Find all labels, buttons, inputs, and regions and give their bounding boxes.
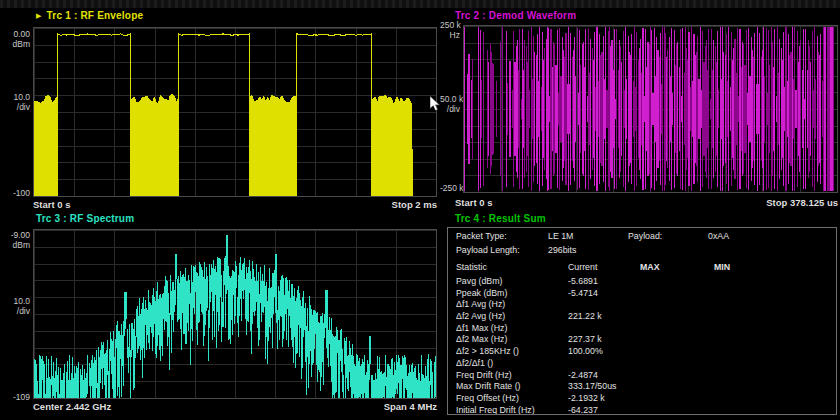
- envelope-noise-trace: [34, 95, 413, 196]
- panel-rf-envelope: ▶Trc 1 : RF Envelope 0.00 dBm 10.0 /div …: [0, 8, 440, 213]
- stat-current-value: -5.6891: [568, 276, 598, 286]
- y-axis-bottom-label-trc1: -100: [0, 189, 30, 199]
- stat-label: Pavg (dBm): [456, 276, 502, 286]
- stat-label: Δf2 > 185KHz (): [456, 346, 519, 356]
- y-axis-ref-label-trc2: 250 k Hz: [440, 21, 460, 40]
- payload-length-value: 296bits: [548, 245, 576, 255]
- panel-title-trc2[interactable]: Trc 2 : Demod Waveform: [455, 10, 576, 21]
- statistics-header-row: Statistic Current MAX MIN: [456, 262, 836, 276]
- envelope-pulse-trace: [58, 34, 371, 196]
- stat-current-value: -5.4714: [568, 288, 598, 298]
- y-bottom-value: -100: [0, 189, 30, 199]
- payload-length-row: Payload Length: 296bits: [456, 245, 836, 259]
- y-axis-ref-label-trc1: 0.00 dBm: [0, 30, 30, 49]
- stat-row: Δf1 Max (Hz): [456, 323, 836, 335]
- x-span-label-trc3: Span 4 MHz: [384, 401, 437, 412]
- x-start-label-trc1: Start 0 s: [33, 199, 71, 210]
- payload-value: 0xAA: [708, 231, 729, 241]
- stat-label: Δf1 Max (Hz): [456, 323, 507, 333]
- panel-result-sum: Trc 4 : Result Sum Packet Type: LE 1M Pa…: [440, 213, 840, 420]
- y-div-unit: /div: [440, 105, 460, 115]
- panel-title-text-trc4: Trc 4 : Result Sum: [455, 213, 546, 224]
- panel-rf-spectrum: Trc 3 : RF Spectrum -9.00 dBm 10.0 /div …: [0, 213, 440, 420]
- x-axis-labels-trc1: Start 0 s Stop 2 ms: [33, 199, 437, 210]
- y-axis-bottom-label-trc2: -250 k: [440, 184, 460, 194]
- y-bottom-value: -109: [0, 393, 30, 403]
- stat-row: Initial Freq Drift (Hz)-64.237: [456, 405, 836, 415]
- statistics-rows: Pavg (dBm)-5.6891Ppeak (dBm)-5.4714Δf1 A…: [456, 276, 836, 415]
- y-bottom-value: -250 k: [440, 184, 460, 194]
- stat-current-value: 333.17/50us: [568, 381, 616, 391]
- stat-current-value: 227.37 k: [568, 334, 602, 344]
- stat-row: Freq Offset (Hz)-2.1932 k: [456, 393, 836, 405]
- result-summary-table: Packet Type: LE 1M Payload: 0xAA Payload…: [447, 227, 837, 415]
- payload-length-label: Payload Length:: [456, 245, 520, 255]
- y-ref-unit: dBm: [0, 241, 30, 251]
- packet-type-value: LE 1M: [548, 231, 573, 241]
- stat-current-value: 221.22 k: [568, 311, 602, 321]
- stat-current-value: 100.00%: [568, 346, 603, 356]
- y-ref-unit: dBm: [0, 40, 30, 50]
- y-axis-div-label-trc2: 50.0 k /div: [440, 95, 460, 114]
- stat-label: Freq Drift (Hz): [456, 370, 512, 380]
- stat-row: Δf2/Δf1 (): [456, 358, 836, 370]
- panel-title-text-trc1: Trc 1 : RF Envelope: [47, 10, 144, 21]
- signal-analyzer-screen: ▶Trc 1 : RF Envelope 0.00 dBm 10.0 /div …: [0, 0, 840, 420]
- spectrum-plot-area[interactable]: [33, 229, 437, 399]
- col-min: MIN: [714, 262, 730, 272]
- envelope-plot-area[interactable]: [33, 27, 437, 197]
- y-ref-unit: Hz: [440, 31, 460, 41]
- stat-row: Δf1 Avg (Hz): [456, 299, 836, 311]
- packet-type-label: Packet Type:: [456, 231, 507, 241]
- stat-label: Ppeak (dBm): [456, 288, 507, 298]
- panel-title-text-trc2: Trc 2 : Demod Waveform: [455, 10, 576, 21]
- stat-label: Δf1 Avg (Hz): [456, 299, 505, 309]
- panel-demod-waveform: Trc 2 : Demod Waveform 250 k Hz 50.0 k /…: [440, 8, 840, 213]
- x-axis-labels-trc2: Start 0 s Stop 378.125 us: [455, 197, 838, 208]
- stat-label: Δf2/Δf1 (): [456, 358, 493, 368]
- x-stop-label-trc1: Stop 2 ms: [392, 199, 437, 210]
- stat-label: Δf2 Avg (Hz): [456, 311, 505, 321]
- col-statistic: Statistic: [456, 262, 487, 272]
- demod-plot-area[interactable]: [463, 25, 838, 193]
- spectrum-trace: [34, 235, 436, 398]
- col-max: MAX: [640, 262, 660, 272]
- stat-label: Max Drift Rate (): [456, 381, 521, 391]
- stat-label: Freq Offset (Hz): [456, 393, 519, 403]
- trace-expand-arrow-icon: ▶: [36, 12, 42, 19]
- stat-label: Initial Freq Drift (Hz): [456, 405, 535, 415]
- y-div-unit: /div: [0, 307, 30, 317]
- y-axis-div-label-trc3: 10.0 /div: [0, 297, 30, 316]
- panel-title-trc4[interactable]: Trc 4 : Result Sum: [455, 213, 546, 224]
- stat-row: Max Drift Rate ()333.17/50us: [456, 381, 836, 393]
- panel-title-trc3[interactable]: Trc 3 : RF Spectrum: [36, 213, 134, 224]
- stat-current-value: -64.237: [568, 405, 598, 415]
- y-axis-div-label-trc1: 10.0 /div: [0, 93, 30, 112]
- mouse-cursor-icon: [430, 96, 441, 112]
- stat-row: Δf2 > 185KHz ()100.00%: [456, 346, 836, 358]
- stat-row: Pavg (dBm)-5.6891: [456, 276, 836, 288]
- stat-row: Freq Drift (Hz)-2.4874: [456, 370, 836, 382]
- y-div-unit: /div: [0, 103, 30, 113]
- y-axis-ref-label-trc3: -9.00 dBm: [0, 231, 30, 250]
- stat-current-value: -2.4874: [568, 370, 598, 380]
- x-start-label-trc2: Start 0 s: [455, 197, 493, 208]
- payload-label: Payload:: [628, 231, 662, 241]
- stat-current-value: -2.1932 k: [568, 393, 605, 403]
- panel-title-trc1[interactable]: ▶Trc 1 : RF Envelope: [36, 10, 143, 21]
- panel-title-text-trc3: Trc 3 : RF Spectrum: [36, 213, 134, 224]
- x-stop-label-trc2: Stop 378.125 us: [766, 197, 838, 208]
- x-center-label-trc3: Center 2.442 GHz: [33, 401, 111, 412]
- col-current: Current: [568, 262, 597, 272]
- stat-row: Ppeak (dBm)-5.4714: [456, 288, 836, 300]
- stat-row: Δf2 Max (Hz)227.37 k: [456, 334, 836, 346]
- stat-row: Δf2 Avg (Hz)221.22 k: [456, 311, 836, 323]
- x-axis-labels-trc3: Center 2.442 GHz Span 4 MHz: [33, 401, 437, 412]
- packet-info-row: Packet Type: LE 1M Payload: 0xAA: [456, 231, 836, 245]
- y-axis-bottom-label-trc3: -109: [0, 393, 30, 403]
- window-top-strip: [0, 0, 840, 8]
- stat-label: Δf2 Max (Hz): [456, 334, 507, 344]
